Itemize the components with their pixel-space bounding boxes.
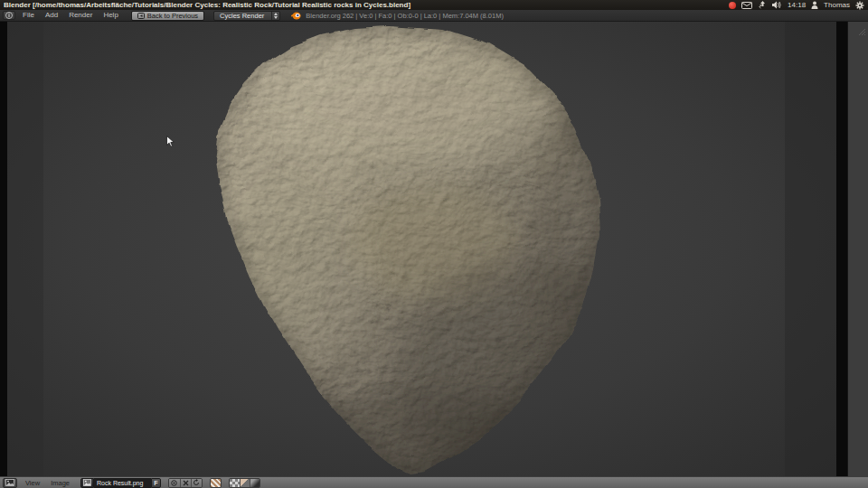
unlink-image-icon[interactable] [180, 479, 191, 487]
blender-info-header: File Add Render Help Back to Previous Cy… [0, 10, 868, 22]
browse-image-button[interactable] [80, 478, 94, 488]
menu-view[interactable]: View [20, 479, 45, 487]
window-title: Blender [/home/thomas/Arbeitsfläche/Tuto… [4, 1, 410, 9]
uv-image-editor [0, 22, 868, 476]
back-to-previous-label: Back to Previous [147, 12, 198, 20]
pin-image-icon[interactable] [169, 479, 180, 487]
network-icon[interactable] [758, 1, 767, 9]
scene-stats-label: Blender.org 262 | Ve:0 | Fa:0 | Ob:0-0 |… [306, 12, 504, 20]
clock-label[interactable]: 14:18 [788, 1, 806, 9]
channel-zbuffer-icon[interactable] [250, 479, 259, 487]
image-paint-mode-icon[interactable] [210, 478, 222, 488]
user-icon [811, 1, 818, 9]
back-icon [137, 13, 145, 19]
image-tools-group [168, 478, 203, 488]
rendered-image-canvas[interactable] [7, 22, 836, 476]
channel-color-alpha-icon[interactable] [230, 479, 240, 487]
refresh-image-icon[interactable] [191, 479, 202, 487]
menu-file[interactable]: File [17, 10, 40, 21]
browse-image-icon [83, 479, 91, 486]
mouse-cursor [166, 135, 175, 151]
image-editor-header: View Image Rock Result.png F [0, 476, 868, 488]
back-to-previous-button[interactable]: Back to Previous [131, 11, 204, 21]
menu-render[interactable]: Render [63, 10, 98, 21]
gear-icon[interactable] [855, 1, 864, 10]
display-channels-group [229, 478, 260, 488]
image-datablock: Rock Result.png F [80, 478, 161, 488]
blender-window: Blender [/home/thomas/Arbeitsfläche/Tuto… [0, 0, 868, 488]
menu-help[interactable]: Help [98, 10, 123, 21]
session-user-label[interactable]: Thomas [824, 1, 850, 9]
menu-add[interactable]: Add [40, 10, 63, 21]
area-corner-grip-icon[interactable] [857, 23, 866, 40]
engine-stepper-icon[interactable] [271, 12, 279, 20]
editor-type-button[interactable] [3, 11, 15, 20]
record-indicator-icon[interactable] [729, 2, 736, 9]
render-engine-select[interactable]: Cycles Render [213, 11, 280, 21]
adjacent-editor-area [847, 22, 868, 476]
channel-color-icon[interactable] [240, 479, 250, 487]
rendered-rock-image [7, 22, 836, 476]
mail-icon[interactable] [741, 2, 752, 9]
menu-image[interactable]: Image [45, 479, 75, 487]
os-top-panel: Blender [/home/thomas/Arbeitsfläche/Tuto… [0, 0, 868, 10]
image-editor-icon [5, 479, 14, 486]
volume-icon[interactable] [772, 1, 782, 9]
image-name-field[interactable]: Rock Result.png [94, 478, 151, 488]
render-engine-value: Cycles Render [214, 12, 271, 20]
image-editor-type-button[interactable] [3, 478, 17, 488]
fake-user-button[interactable]: F [151, 478, 161, 488]
system-tray: 14:18 Thomas [729, 1, 864, 10]
